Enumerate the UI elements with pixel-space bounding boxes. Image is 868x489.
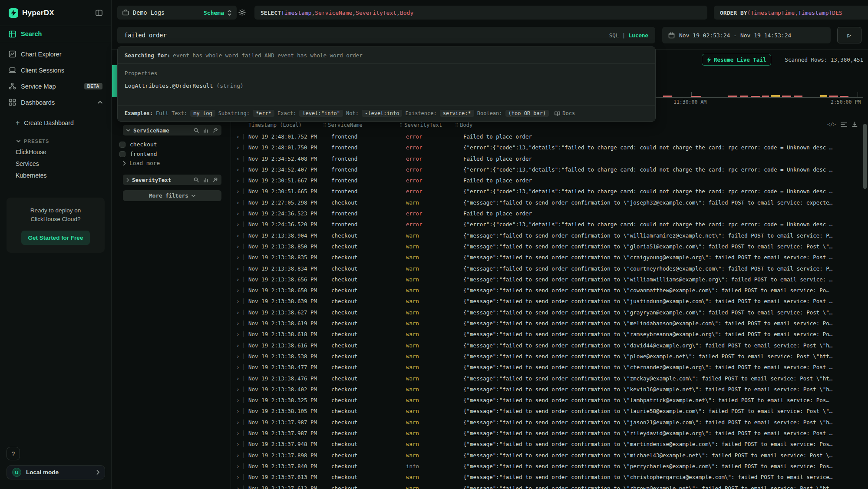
table-row[interactable]: › Nov 19 2:13:38.656 PM checkout warn {"… xyxy=(112,274,868,285)
table-row[interactable]: › Nov 19 2:27:05.298 PM checkout warn {"… xyxy=(112,197,868,208)
table-row[interactable]: › Nov 19 2:13:38.835 PM checkout warn {"… xyxy=(112,252,868,263)
download-icon[interactable] xyxy=(852,122,858,127)
order-by-editor[interactable]: ORDER BY (TimestampTime, Timestamp) DES xyxy=(714,6,868,20)
table-row[interactable]: › Nov 19 2:13:38.477 PM checkout warn {"… xyxy=(112,362,868,373)
local-mode-button[interactable]: U Local mode xyxy=(7,465,105,479)
row-expand-chevron[interactable]: › xyxy=(236,208,240,219)
example-pill[interactable]: -level:info xyxy=(362,110,402,117)
row-expand-chevron[interactable]: › xyxy=(236,307,240,318)
table-row[interactable]: › Nov 19 2:13:38.402 PM checkout warn {"… xyxy=(112,384,868,395)
row-expand-chevron[interactable]: › xyxy=(236,153,240,164)
table-row[interactable]: › Nov 19 2:13:37.987 PM checkout warn {"… xyxy=(112,417,868,428)
table-row[interactable]: › Nov 19 2:13:38.904 PM checkout warn {"… xyxy=(112,230,868,241)
row-expand-chevron[interactable]: › xyxy=(236,296,240,307)
table-row[interactable]: › Nov 19 2:24:36.520 PM frontend error {… xyxy=(112,219,868,230)
row-expand-chevron[interactable]: › xyxy=(236,373,240,384)
table-row[interactable]: › Nov 19 2:48:01.750 PM frontend error {… xyxy=(112,142,868,153)
table-row[interactable]: › Nov 19 2:13:38.627 PM checkout warn {"… xyxy=(112,307,868,318)
table-row[interactable]: › Nov 19 2:13:38.650 PM checkout warn {"… xyxy=(112,285,868,296)
row-expand-chevron[interactable]: › xyxy=(236,384,240,395)
row-expand-chevron[interactable]: › xyxy=(236,285,240,296)
table-row[interactable]: › Nov 19 2:13:38.538 PM checkout warn {"… xyxy=(112,351,868,362)
select-clause-editor[interactable]: SELECT Timestamp, ServiceName, SeverityT… xyxy=(254,6,707,20)
table-row[interactable]: › Nov 19 2:34:52.408 PM frontend error F… xyxy=(112,153,868,164)
row-expand-chevron[interactable]: › xyxy=(236,439,240,449)
row-expand-chevron[interactable]: › xyxy=(236,252,240,263)
get-started-button[interactable]: Get Started for Free xyxy=(21,231,90,245)
table-row[interactable]: › Nov 19 2:13:38.850 PM checkout warn {"… xyxy=(112,241,868,252)
table-row[interactable]: › Nov 19 2:34:52.407 PM frontend error {… xyxy=(112,164,868,175)
row-expand-chevron[interactable]: › xyxy=(236,263,240,274)
row-expand-chevron[interactable]: › xyxy=(236,461,240,472)
docs-link[interactable]: Docs xyxy=(554,110,575,116)
row-expand-chevron[interactable]: › xyxy=(236,450,240,461)
row-expand-chevron[interactable]: › xyxy=(236,340,240,351)
drag-handle-icon[interactable]: ⠿ xyxy=(455,123,457,128)
table-row[interactable]: › Nov 19 2:13:38.639 PM checkout warn {"… xyxy=(112,296,868,307)
row-expand-chevron[interactable]: › xyxy=(236,274,240,285)
column-header-timestamp[interactable]: Timestamp (Local) xyxy=(248,122,302,128)
lang-sql[interactable]: SQL xyxy=(609,32,619,39)
row-expand-chevron[interactable]: › xyxy=(236,395,240,406)
table-row[interactable]: › Nov 19 2:13:37.613 PM checkout warn {"… xyxy=(112,472,868,482)
sidebar-item-chart-explorer[interactable]: Chart Explorer xyxy=(0,46,111,62)
drag-handle-icon[interactable]: ⠿ xyxy=(399,123,402,128)
sidebar-item-service-map[interactable]: Service Map BETA xyxy=(0,78,111,94)
example-pill[interactable]: service:* xyxy=(440,110,474,117)
row-expand-chevron[interactable]: › xyxy=(236,362,240,373)
sidebar-item-search[interactable]: Search xyxy=(0,26,111,42)
example-pill[interactable]: (foo OR bar) xyxy=(505,110,549,117)
row-expand-chevron[interactable]: › xyxy=(236,230,240,241)
sidebar-preset-clickhouse[interactable]: ClickHouse xyxy=(0,146,111,158)
row-expand-chevron[interactable]: › xyxy=(236,175,240,186)
sidebar-item-dashboards[interactable]: Dashboards xyxy=(0,94,111,110)
table-row[interactable]: › Nov 19 2:13:38.616 PM checkout warn {"… xyxy=(112,340,868,351)
date-range-picker[interactable]: Nov 19 02:53:24 - Nov 19 14:53:24 xyxy=(662,27,831,43)
table-row[interactable]: › Nov 19 2:13:38.105 PM checkout warn {"… xyxy=(112,406,868,416)
table-row[interactable]: › Nov 19 2:30:51.667 PM frontend error F… xyxy=(112,175,868,186)
search-input[interactable]: failed order SQL | Lucene xyxy=(117,27,655,43)
row-density-icon[interactable] xyxy=(841,122,847,127)
suggestion-item[interactable]: LogAttributes.@OrderResult (string) xyxy=(118,78,655,93)
drag-handle-icon[interactable]: ⠿ xyxy=(323,123,325,128)
example-pill[interactable]: my log xyxy=(190,110,215,117)
presets-section[interactable]: PRESETS xyxy=(0,136,111,146)
table-row[interactable]: › Nov 19 2:13:37.987 PM checkout warn {"… xyxy=(112,428,868,439)
row-expand-chevron[interactable]: › xyxy=(236,329,240,340)
example-pill[interactable]: level:"info" xyxy=(299,110,343,117)
row-expand-chevron[interactable]: › xyxy=(236,351,240,362)
sidebar-preset-services[interactable]: Services xyxy=(0,158,111,169)
table-row[interactable]: › Nov 19 2:13:38.476 PM checkout warn {"… xyxy=(112,373,868,384)
row-expand-chevron[interactable]: › xyxy=(236,197,240,208)
source-mode-toggle[interactable]: Schema xyxy=(204,10,224,16)
collapse-sidebar-icon[interactable] xyxy=(96,10,102,16)
row-expand-chevron[interactable]: › xyxy=(236,406,240,416)
create-dashboard-button[interactable]: + Create Dashboard xyxy=(0,116,111,129)
table-row[interactable]: › Nov 19 2:13:37.898 PM checkout warn {"… xyxy=(112,450,868,461)
column-header-body[interactable]: Body xyxy=(460,122,472,128)
row-expand-chevron[interactable]: › xyxy=(236,483,240,489)
row-expand-chevron[interactable]: › xyxy=(236,131,240,142)
table-row[interactable]: › Nov 19 2:48:01.752 PM frontend error F… xyxy=(112,131,868,142)
sidebar-item-client-sessions[interactable]: Client Sessions xyxy=(0,62,111,78)
row-expand-chevron[interactable]: › xyxy=(236,241,240,252)
column-header-servicename[interactable]: ServiceName xyxy=(328,122,362,128)
row-expand-chevron[interactable]: › xyxy=(236,472,240,482)
resume-live-tail-button[interactable]: Resume Live Tail xyxy=(702,54,771,66)
table-row[interactable]: › Nov 19 2:13:38.618 PM checkout warn {"… xyxy=(112,329,868,340)
row-expand-chevron[interactable]: › xyxy=(236,186,240,197)
table-row[interactable]: › Nov 19 2:13:38.619 PM checkout warn {"… xyxy=(112,318,868,329)
source-settings-button[interactable] xyxy=(238,9,246,16)
table-row[interactable]: › Nov 19 2:13:37.612 PM checkout warn {"… xyxy=(112,483,868,489)
table-row[interactable]: › Nov 19 2:13:37.948 PM checkout warn {"… xyxy=(112,439,868,449)
row-expand-chevron[interactable]: › xyxy=(236,219,240,230)
run-search-button[interactable]: ▷ xyxy=(837,27,861,43)
table-row[interactable]: › Nov 19 2:13:38.834 PM checkout warn {"… xyxy=(112,263,868,274)
table-row[interactable]: › Nov 19 2:13:38.325 PM checkout warn {"… xyxy=(112,395,868,406)
row-expand-chevron[interactable]: › xyxy=(236,318,240,329)
sidebar-preset-kubernetes[interactable]: Kubernetes xyxy=(0,169,111,181)
column-header-severitytext[interactable]: SeverityText xyxy=(404,122,442,128)
table-row[interactable]: › Nov 19 2:13:37.840 PM checkout info {"… xyxy=(112,461,868,472)
lang-lucene[interactable]: Lucene xyxy=(629,32,648,39)
help-button[interactable]: ? xyxy=(7,447,20,460)
